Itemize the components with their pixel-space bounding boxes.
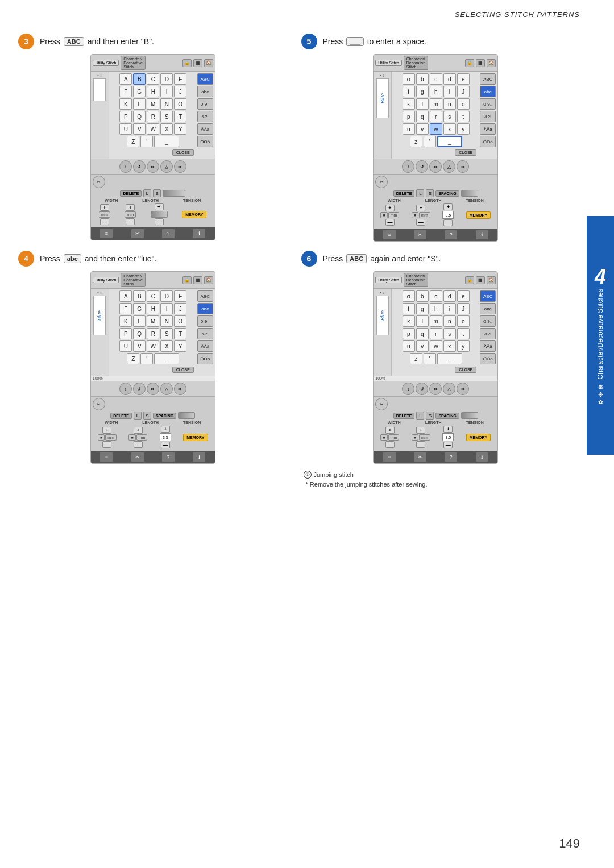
key-I[interactable]: I [160,86,173,97]
key2-w[interactable]: w [430,123,442,135]
key3-X[interactable]: X [160,340,173,352]
utility-stitch-tab-2[interactable]: Utility Stitch [375,60,402,66]
key2-d[interactable]: d [443,73,456,85]
side-key-aae[interactable]: ÄÄä [197,123,213,135]
tension-minus-3[interactable]: — [161,442,170,448]
side2-key-aae[interactable]: ÄÄä [480,123,496,135]
key4-t[interactable]: t [457,328,470,339]
stitch4-ctrl-5[interactable]: ⇒ [457,383,469,395]
char-deco-tab-3[interactable]: Character/DecorativeStitch [121,273,145,287]
nav-info-1[interactable]: ℹ [192,229,206,239]
key4-y[interactable]: y [457,340,470,352]
key2-u[interactable]: u [403,123,415,135]
char-deco-tab-4[interactable]: Character/DecorativeStitch [404,273,428,287]
stitch3-ctrl-3[interactable]: ⇔ [147,383,159,395]
width-plus-1[interactable]: + [100,204,109,211]
key3-G[interactable]: G [133,303,146,314]
stitch-ctrl-2[interactable]: ↺ [133,160,146,173]
key-Y[interactable]: Y [174,123,186,135]
spacing-btn-4[interactable]: SPACING [435,413,459,419]
spacing-btn-3[interactable]: SPACING [153,413,176,419]
stitch2-ctrl-5[interactable]: ⇒ [457,160,469,173]
stitch-ctrl-5[interactable]: ⇒ [174,160,186,173]
key3-apos[interactable]: ' [140,353,153,364]
side2-key-abc[interactable]: abc [480,86,496,97]
length-minus-3[interactable]: — [134,441,143,448]
key4-d[interactable]: d [443,290,456,302]
key-C[interactable]: C [147,73,159,85]
key4-k[interactable]: k [403,315,415,327]
length-minus-2[interactable]: — [416,219,425,226]
close-button-4[interactable]: CLOSE [455,367,476,373]
tension-plus-3[interactable]: + [161,426,170,433]
memory-btn-3[interactable]: MEMORY [183,434,208,441]
key2-i[interactable]: i [443,86,456,97]
key3-W[interactable]: W [147,340,159,352]
key4-m[interactable]: m [430,315,442,327]
home-icon-4[interactable]: 🏠 [487,276,496,284]
key2-y[interactable]: y [457,123,470,135]
key4-c[interactable]: c [430,290,442,302]
key-M[interactable]: M [147,98,159,110]
stitch2-ctrl-4[interactable]: △ [443,160,455,173]
key2-s[interactable]: s [443,111,456,122]
key3-N[interactable]: N [160,315,173,327]
lock-icon-3[interactable]: 🔒 [182,276,192,284]
key-E[interactable]: E [174,73,186,85]
key2-n[interactable]: n [443,98,456,110]
key2-v[interactable]: v [416,123,429,135]
key2-p[interactable]: p [403,111,415,122]
delete-btn-4[interactable]: DELETE [393,413,415,419]
side2-key-ABC[interactable]: ABC [480,73,496,85]
key-H[interactable]: H [147,86,159,97]
delete-btn-1[interactable]: DELETE [120,190,142,197]
spacing-btn-2[interactable]: SPACING [435,190,459,197]
close-button-3[interactable]: CLOSE [172,367,194,373]
key4-o[interactable]: o [457,315,470,327]
s-btn-3[interactable]: S [143,412,151,420]
key2-apos[interactable]: ' [424,136,436,147]
key-X[interactable]: X [160,123,173,135]
s-btn-1[interactable]: S [153,189,161,197]
key-A[interactable]: A [119,73,132,85]
memory-btn-4[interactable]: MEMORY [466,434,491,441]
key4-g[interactable]: g [416,303,429,314]
utility-stitch-tab-3[interactable]: Utility Stitch [93,277,119,283]
memory-btn-2[interactable]: MEMORY [466,211,491,219]
key-T[interactable]: T [174,111,186,122]
nav-question-1[interactable]: ? [161,229,175,239]
key-K[interactable]: K [119,98,132,110]
stitch-ctrl-3[interactable]: ⇔ [147,160,159,173]
key3-F[interactable]: F [119,303,132,314]
key-W[interactable]: W [147,123,159,135]
stitch-ctrl-4[interactable]: △ [160,160,173,173]
key2-q[interactable]: q [416,111,429,122]
stitch4-ctrl-3[interactable]: ⇔ [429,383,442,395]
key3-R[interactable]: R [147,328,159,339]
key3-L[interactable]: L [133,315,146,327]
side-key-ooe[interactable]: ÖÖö [197,136,213,147]
home-icon[interactable]: 🏠 [204,59,213,67]
key2-g[interactable]: g [416,86,429,97]
key3-U[interactable]: U [119,340,132,352]
side2-key-symbol[interactable]: &?! [480,111,496,122]
close-button-2[interactable]: CLOSE [455,149,476,156]
width-minus-4[interactable]: — [385,441,395,448]
width-minus-1[interactable]: — [100,218,109,225]
key-Q[interactable]: Q [133,111,146,122]
length-plus-3[interactable]: + [134,427,143,434]
stitch2-ctrl-1[interactable]: ↕ [402,160,414,173]
stitch3-ctrl-5[interactable]: ⇒ [174,383,186,395]
key3-P[interactable]: P [119,328,132,339]
nav3-menu[interactable]: ≡ [99,452,113,462]
key2-b[interactable]: b [416,73,429,85]
utility-stitch-tab-4[interactable]: Utility Stitch [375,277,402,283]
key4-n[interactable]: n [443,315,456,327]
stitch3-ctrl-4[interactable]: △ [160,383,173,395]
lock-icon-2[interactable]: 🔒 [465,59,474,67]
s-btn-2[interactable]: S [426,189,434,197]
nav-scissors-1[interactable]: ✂ [131,229,144,239]
key2-J[interactable]: J [457,86,470,97]
key-S[interactable]: S [160,111,173,122]
key4-apos[interactable]: ' [424,353,436,364]
